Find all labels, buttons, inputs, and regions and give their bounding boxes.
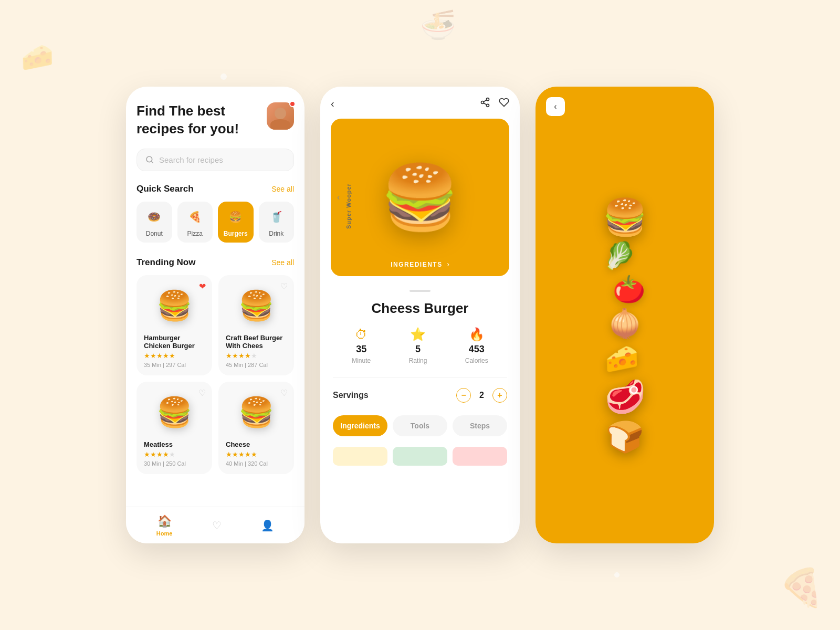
increase-servings-button[interactable]: +	[492, 388, 507, 403]
recipe-tabs: Ingredients Tools Steps	[333, 415, 507, 436]
trending-name-1: Hamburger Chicken Burger	[144, 334, 205, 350]
ingredient-chip-3	[453, 447, 507, 466]
nav-profile[interactable]: 👤	[261, 519, 274, 532]
burger-3-icon: 🍔	[156, 395, 193, 429]
nav-actions	[480, 97, 509, 110]
nav-favorites[interactable]: ♡	[212, 519, 222, 532]
avatar[interactable]	[267, 102, 294, 130]
burgers-label: Burgers	[224, 230, 248, 237]
layer-tomato: 🍅	[613, 274, 645, 304]
hero-side-arrow[interactable]: ‹	[337, 193, 340, 202]
trending-card-2[interactable]: 🍔 ♡ Craft Beef Burger With Chees ★★★★★ 4…	[218, 275, 294, 375]
profile-icon: 👤	[261, 519, 274, 532]
qs-item-drink[interactable]: 🥤 Drink	[259, 202, 295, 243]
nav-home[interactable]: 🏠 Home	[156, 514, 173, 537]
quick-search-title: Quick Search	[136, 184, 194, 194]
trending-img-1: 🍔	[144, 282, 205, 330]
trending-name-2: Craft Beef Burger With Chees	[226, 334, 287, 350]
notification-dot	[289, 101, 296, 107]
trending-card-1[interactable]: 🍔 ❤ Hamburger Chicken Burger ★★★★★ 35 Mi…	[136, 275, 212, 375]
greens-icon: 🥬	[603, 240, 636, 271]
deco-noodle-icon: 🍜	[420, 8, 456, 42]
trending-meta-3: 30 Min | 250 Cal	[144, 460, 205, 467]
ingredients-btn[interactable]: INGREDIENTS ›	[331, 259, 509, 269]
s2-content: Cheess Burger ⏱ 35 Minute ⭐ 5 Rating 🔥 4…	[320, 279, 520, 476]
servings-control: − 2 +	[456, 388, 507, 403]
tab-tools[interactable]: Tools	[393, 415, 447, 436]
rating-label: Rating	[409, 357, 427, 364]
avatar-container[interactable]	[267, 102, 294, 130]
quick-search-see-all[interactable]: See all	[271, 185, 294, 193]
calories-value: 453	[469, 344, 485, 355]
favorites-icon: ♡	[212, 519, 222, 532]
trending-title: Trending Now	[136, 257, 195, 268]
stars-2: ★★★★★	[226, 352, 287, 360]
onion-icon: 🧅	[608, 308, 642, 340]
back-button[interactable]: ‹	[331, 98, 334, 110]
screen-recipe-detail: ‹ ‹	[320, 87, 520, 543]
stats-divider	[333, 377, 507, 377]
tab-steps[interactable]: Steps	[453, 415, 507, 436]
burgers-icon: 🍔	[226, 207, 246, 227]
search-icon	[145, 155, 154, 164]
donut-label: Donut	[146, 230, 163, 237]
rating-icon: ⭐	[410, 327, 426, 342]
heart-btn-2[interactable]: ♡	[280, 281, 288, 291]
donut-icon: 🍩	[144, 207, 164, 227]
burger-4-icon: 🍔	[238, 395, 275, 429]
qs-item-burgers[interactable]: 🍔 Burgers	[218, 202, 254, 243]
pizza-label: Pizza	[187, 230, 203, 237]
qs-item-donut[interactable]: 🍩 Donut	[136, 202, 172, 243]
home-nav-label: Home	[156, 530, 173, 537]
home-icon: 🏠	[158, 514, 172, 528]
trending-see-all[interactable]: See all	[271, 258, 294, 267]
deco-cheese-icon: 🧀	[21, 42, 54, 72]
trending-name-3: Meatless	[144, 440, 205, 448]
share-button[interactable]	[480, 97, 490, 110]
qs-item-pizza[interactable]: 🍕 Pizza	[177, 202, 213, 243]
calories-icon: 🔥	[469, 327, 485, 342]
wishlist-button[interactable]	[499, 97, 509, 110]
screen-home: Find The best recipes for you! Search fo…	[126, 87, 304, 543]
heart-btn-1[interactable]: ❤	[199, 281, 206, 291]
layer-greens: 🥬	[603, 240, 636, 271]
exploded-back-button[interactable]: ‹	[546, 97, 565, 116]
ingredient-chip-2	[393, 447, 447, 466]
stat-time: ⏱ 35 Minute	[352, 327, 371, 364]
drink-icon: 🥤	[266, 207, 286, 227]
trending-card-4[interactable]: 🍔 ♡ Cheese ★★★★★ 40 Min | 320 Cal	[218, 382, 294, 474]
s2-header-area: ‹ ‹	[320, 87, 520, 276]
trending-img-3: 🍔	[144, 389, 205, 436]
back-arrow-icon: ‹	[554, 102, 556, 111]
drag-handle	[410, 290, 430, 292]
s2-nav: ‹	[331, 97, 509, 110]
ingredients-chips	[333, 447, 507, 466]
trending-card-3[interactable]: 🍔 ♡ Meatless ★★★★★ 30 Min | 250 Cal	[136, 382, 212, 474]
layer-bun-bottom: 🍞	[606, 419, 644, 455]
stars-1: ★★★★★	[144, 352, 205, 360]
servings-row: Servings − 2 +	[333, 388, 507, 403]
calories-label: Calories	[465, 357, 488, 364]
deco-pizza-icon: 🍕	[779, 566, 824, 609]
search-bar[interactable]: Search for recipes	[136, 149, 294, 171]
burger-1-icon: 🍔	[156, 289, 193, 323]
layer-patty: 🥩	[605, 378, 645, 416]
quick-search-grid: 🍩 Donut 🍕 Pizza 🍔 Burgers 🥤 Drink	[136, 202, 294, 243]
exploded-layers: 🍔 🥬 🍅 🧅 🧀 🥩 🍞	[536, 87, 714, 543]
cheese-icon: 🧀	[605, 343, 639, 375]
trending-meta-4: 40 Min | 320 Cal	[226, 460, 287, 467]
bun-top-icon: 🍔	[603, 196, 647, 238]
tab-ingredients[interactable]: Ingredients	[333, 415, 387, 436]
recipe-name: Cheess Burger	[333, 300, 507, 317]
screen-exploded: ‹ 🍔 🥬 🍅 🧅 🧀 🥩 🍞	[536, 87, 714, 543]
decrease-servings-button[interactable]: −	[456, 388, 471, 403]
ingredient-chip-1	[333, 447, 387, 466]
stat-calories: 🔥 453 Calories	[465, 327, 488, 364]
stars-3: ★★★★★	[144, 450, 205, 458]
heart-btn-4[interactable]: ♡	[280, 388, 288, 398]
time-icon: ⏱	[355, 327, 368, 342]
burger-2-icon: 🍔	[238, 289, 275, 323]
layer-cheese: 🧀	[605, 343, 639, 375]
tomato-icon: 🍅	[613, 274, 645, 304]
heart-btn-3[interactable]: ♡	[198, 388, 206, 398]
